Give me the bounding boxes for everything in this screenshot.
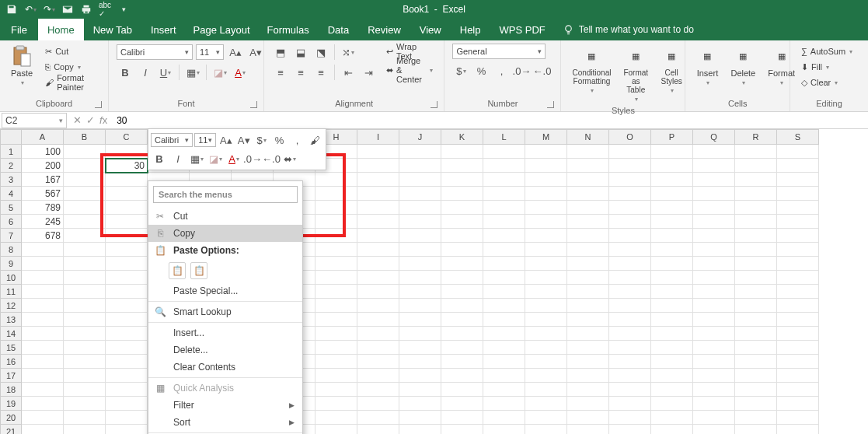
column-header-B[interactable]: B (64, 129, 106, 145)
cell-R2[interactable] (735, 159, 777, 173)
cell-I11[interactable] (357, 285, 399, 299)
row-header-7[interactable]: 7 (0, 229, 22, 243)
cell-R16[interactable] (735, 355, 777, 369)
cell-R1[interactable] (735, 145, 777, 159)
row-header-1[interactable]: 1 (0, 145, 22, 159)
cell-K4[interactable] (441, 187, 483, 201)
cell-B11[interactable] (64, 285, 106, 299)
cell-O15[interactable] (609, 341, 651, 355)
cell-L3[interactable] (483, 173, 525, 187)
context-paste-special[interactable]: Paste Special... (148, 282, 302, 299)
cell-M12[interactable] (525, 299, 567, 313)
cell-N1[interactable] (567, 145, 609, 159)
cell-R5[interactable] (735, 201, 777, 215)
cell-L11[interactable] (483, 285, 525, 299)
cell-Q10[interactable] (693, 271, 735, 285)
cell-M20[interactable] (525, 411, 567, 425)
align-top-icon[interactable]: ⬒ (272, 44, 289, 61)
cell-S21[interactable] (777, 425, 819, 434)
italic-button[interactable]: I (137, 64, 154, 81)
enter-formula-icon[interactable]: ✓ (86, 114, 95, 126)
cell-H11[interactable] (315, 285, 357, 299)
cell-K3[interactable] (441, 173, 483, 187)
cell-C1[interactable] (106, 145, 148, 159)
cell-C19[interactable] (106, 397, 148, 411)
cell-H6[interactable] (315, 215, 357, 229)
cell-A14[interactable] (22, 327, 64, 341)
cell-I20[interactable] (357, 411, 399, 425)
cell-A20[interactable] (22, 411, 64, 425)
cell-I21[interactable] (357, 425, 399, 434)
cell-K2[interactable] (441, 159, 483, 173)
cell-O7[interactable] (609, 229, 651, 243)
cell-O6[interactable] (609, 215, 651, 229)
number-format-select[interactable]: General (452, 44, 546, 59)
clear-button[interactable]: ◇Clear▾ (798, 75, 856, 90)
cell-B10[interactable] (64, 271, 106, 285)
cell-Q1[interactable] (693, 145, 735, 159)
orientation-icon[interactable]: ⤭▾ (340, 44, 357, 61)
cell-S14[interactable] (777, 327, 819, 341)
cell-S11[interactable] (777, 285, 819, 299)
cell-N16[interactable] (567, 355, 609, 369)
cell-L2[interactable] (483, 159, 525, 173)
cell-P9[interactable] (651, 257, 693, 271)
mini-decrease-decimal-icon[interactable]: ←.0 (263, 150, 280, 167)
font-color-button[interactable]: A▾ (232, 64, 249, 81)
mini-font-color-icon[interactable]: A▾ (225, 150, 242, 167)
row-header-16[interactable]: 16 (0, 355, 22, 369)
cell-B5[interactable] (64, 201, 106, 215)
cell-R17[interactable] (735, 369, 777, 383)
cell-B20[interactable] (64, 411, 106, 425)
mini-comma-icon[interactable]: , (289, 131, 305, 149)
cell-J18[interactable] (399, 383, 441, 397)
cell-O3[interactable] (609, 173, 651, 187)
cell-B14[interactable] (64, 327, 106, 341)
cell-J3[interactable] (399, 173, 441, 187)
cell-Q19[interactable] (693, 397, 735, 411)
cell-P3[interactable] (651, 173, 693, 187)
cell-N7[interactable] (567, 229, 609, 243)
cell-Q3[interactable] (693, 173, 735, 187)
cell-C20[interactable] (106, 411, 148, 425)
context-cut[interactable]: ✂Cut (148, 208, 302, 225)
tab-view[interactable]: View (410, 19, 451, 40)
cell-S8[interactable] (777, 243, 819, 257)
tab-home[interactable]: Home (38, 19, 84, 40)
cell-B16[interactable] (64, 355, 106, 369)
cell-C9[interactable] (106, 257, 148, 271)
tab-new-tab[interactable]: New Tab (84, 19, 141, 40)
cut-button[interactable]: ✂Cut (42, 44, 100, 59)
cell-A3[interactable]: 167 (22, 173, 64, 187)
column-header-A[interactable]: A (22, 129, 64, 145)
cell-M7[interactable] (525, 229, 567, 243)
cell-I19[interactable] (357, 397, 399, 411)
cell-C18[interactable] (106, 383, 148, 397)
cell-M6[interactable] (525, 215, 567, 229)
delete-cells-button[interactable]: ▦Delete▾ (727, 44, 758, 88)
tab-insert[interactable]: Insert (141, 19, 186, 40)
cell-S13[interactable] (777, 313, 819, 327)
cell-O10[interactable] (609, 271, 651, 285)
cell-A19[interactable] (22, 397, 64, 411)
cell-H19[interactable] (315, 397, 357, 411)
save-icon[interactable] (5, 2, 19, 16)
cell-B8[interactable] (64, 243, 106, 257)
insert-cells-button[interactable]: ▦Insert▾ (693, 44, 721, 88)
row-header-10[interactable]: 10 (0, 271, 22, 285)
cell-N15[interactable] (567, 341, 609, 355)
cell-O18[interactable] (609, 383, 651, 397)
cell-P6[interactable] (651, 215, 693, 229)
cell-J15[interactable] (399, 341, 441, 355)
underline-button[interactable]: U▾ (157, 64, 174, 81)
cell-J1[interactable] (399, 145, 441, 159)
cell-R10[interactable] (735, 271, 777, 285)
tab-data[interactable]: Data (319, 19, 358, 40)
context-filter[interactable]: Filter▶ (148, 397, 302, 414)
cell-P2[interactable] (651, 159, 693, 173)
fill-button[interactable]: ⬇Fill▾ (798, 59, 856, 75)
cell-R6[interactable] (735, 215, 777, 229)
cell-R12[interactable] (735, 299, 777, 313)
cell-O21[interactable] (609, 425, 651, 434)
cell-L21[interactable] (483, 425, 525, 434)
